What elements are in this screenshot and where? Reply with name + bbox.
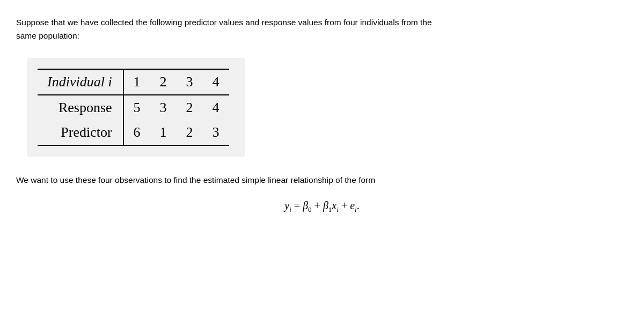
response-row: Response 5 3 2 4 <box>38 95 229 120</box>
col-header-2: 2 <box>150 69 177 95</box>
data-table: Individual i 1 2 3 4 Response 5 3 2 4 Pr… <box>38 69 229 146</box>
predictor-val-1: 6 <box>123 120 150 145</box>
col-header-1: 1 <box>123 69 150 95</box>
intro-line1: Suppose that we have collected the follo… <box>16 18 432 27</box>
bottom-paragraph: We want to use these four observations t… <box>16 174 628 187</box>
predictor-label: Predictor <box>38 120 123 145</box>
predictor-val-3: 2 <box>177 120 203 145</box>
individual-header: Individual i <box>38 69 123 95</box>
data-table-container: Individual i 1 2 3 4 Response 5 3 2 4 Pr… <box>27 58 245 157</box>
formula-display: yi = β0 + β1xi + ei. <box>16 200 628 214</box>
response-val-2: 3 <box>150 95 177 120</box>
intro-line2: same population: <box>16 31 79 40</box>
response-label: Response <box>38 95 123 120</box>
intro-paragraph: Suppose that we have collected the follo… <box>16 16 628 43</box>
predictor-row: Predictor 6 1 2 3 <box>38 120 229 145</box>
formula-beta0: β0 <box>303 200 311 211</box>
response-val-3: 2 <box>177 95 203 120</box>
formula-plus2: + <box>341 200 350 211</box>
col-header-3: 3 <box>177 69 203 95</box>
col-header-4: 4 <box>203 69 229 95</box>
response-val-4: 4 <box>203 95 229 120</box>
predictor-val-2: 1 <box>150 120 177 145</box>
formula-equals: = <box>294 200 303 211</box>
formula-error: ei. <box>350 200 360 211</box>
predictor-val-4: 3 <box>203 120 229 145</box>
formula-beta1x: β1xi <box>323 200 339 211</box>
response-val-1: 5 <box>123 95 150 120</box>
formula-lhs: yi <box>284 200 291 211</box>
formula-plus1: + <box>314 200 323 211</box>
